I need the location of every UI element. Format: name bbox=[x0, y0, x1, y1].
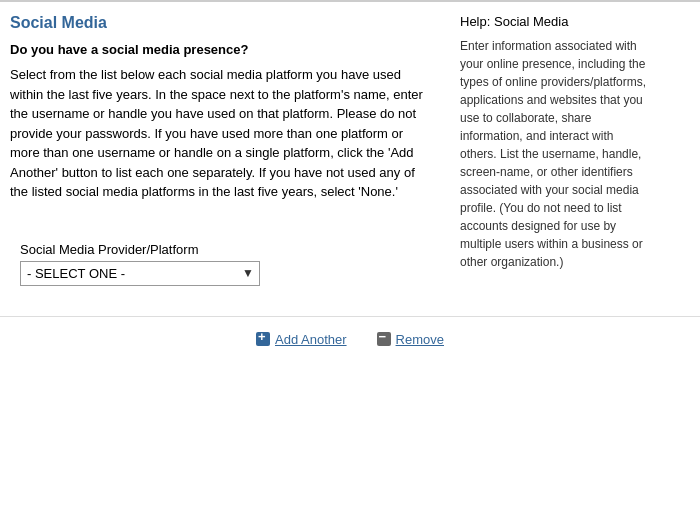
remove-label: Remove bbox=[396, 332, 444, 347]
help-section-title: Social Media bbox=[494, 14, 568, 29]
select-wrapper: - SELECT ONE - Facebook Twitter Instagra… bbox=[20, 261, 260, 286]
main-section: Social Media Do you have a social media … bbox=[10, 14, 450, 296]
page-container: Social Media Do you have a social media … bbox=[0, 0, 700, 518]
add-icon bbox=[256, 332, 270, 346]
field-label: Social Media Provider/Platform bbox=[20, 242, 420, 257]
platform-select[interactable]: - SELECT ONE - Facebook Twitter Instagra… bbox=[20, 261, 260, 286]
remove-icon bbox=[377, 332, 391, 346]
help-title: Help: Social Media bbox=[460, 14, 650, 29]
help-section: Help: Social Media Enter information ass… bbox=[450, 14, 650, 296]
help-label: Help: bbox=[460, 14, 490, 29]
add-another-button[interactable]: Add Another bbox=[256, 332, 347, 347]
remove-button[interactable]: Remove bbox=[377, 332, 444, 347]
instructions-text: Select from the list below each social m… bbox=[10, 65, 430, 202]
add-another-label: Add Another bbox=[275, 332, 347, 347]
section-title: Social Media bbox=[10, 14, 430, 32]
help-text: Enter information associated with your o… bbox=[460, 37, 650, 271]
content-area: Social Media Do you have a social media … bbox=[0, 2, 700, 306]
question-text: Do you have a social media presence? bbox=[10, 42, 430, 57]
footer-actions: Add Another Remove bbox=[0, 316, 700, 367]
form-area: Social Media Provider/Platform - SELECT … bbox=[10, 232, 430, 296]
